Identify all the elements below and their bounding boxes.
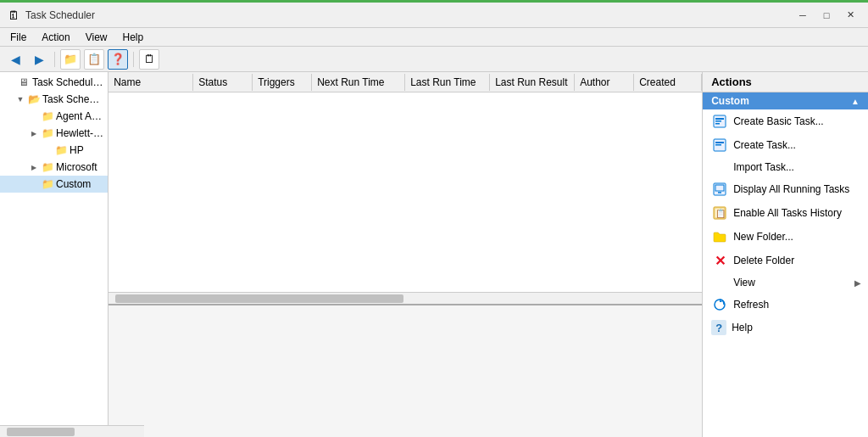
tree-toggle xyxy=(3,76,17,89)
computer-icon: 🖥 xyxy=(17,76,31,89)
tree-item-hp[interactable]: 📁 HP xyxy=(0,142,108,159)
tree-toggle-hp[interactable]: ▶ xyxy=(27,126,41,140)
new-folder-label: New Folder... xyxy=(733,231,793,243)
import-task-label: Import Task... xyxy=(733,161,794,173)
detail-panel xyxy=(108,304,702,437)
tree-label: Task Scheduler (Local) xyxy=(32,76,104,88)
help-button-toolbar[interactable]: ❓ xyxy=(108,49,128,70)
tree-toggle-ms[interactable]: ▶ xyxy=(27,160,41,174)
chevron-up-icon: ▲ xyxy=(851,97,860,106)
tree-toggle-library[interactable]: ▼ xyxy=(14,92,27,106)
svg-rect-5 xyxy=(715,142,724,143)
svg-rect-1 xyxy=(715,118,724,120)
tree-item-hp-parent[interactable]: ▶ 📁 Hewlett-Packard xyxy=(0,125,108,142)
enable-history-icon: 📋 xyxy=(711,204,728,221)
col-status[interactable]: Status xyxy=(193,74,253,91)
action-create-basic-task[interactable]: Create Basic Task... xyxy=(703,109,868,133)
table-body xyxy=(108,92,702,292)
action-new-folder[interactable]: New Folder... xyxy=(703,225,868,249)
back-button[interactable]: ◀ xyxy=(5,49,25,70)
tree-scrollbar[interactable] xyxy=(0,425,108,437)
view-button[interactable]: 🗒 xyxy=(139,49,159,70)
task-properties-button[interactable]: 📋 xyxy=(84,49,104,70)
close-button[interactable]: ✕ xyxy=(839,6,861,25)
refresh-icon xyxy=(711,296,728,313)
delete-folder-label: Delete Folder xyxy=(733,255,794,266)
svg-rect-2 xyxy=(715,120,721,122)
col-last-run[interactable]: Last Run Time xyxy=(405,74,490,91)
help-action-icon: ? xyxy=(711,320,726,335)
toolbar: ◀ ▶ 📁 📋 ❓ 🗒 xyxy=(0,47,868,72)
open-folder-button[interactable]: 📁 xyxy=(60,49,81,70)
col-name[interactable]: Name xyxy=(108,74,193,91)
tree-label-ms: Microsoft xyxy=(56,161,97,173)
menu-view[interactable]: View xyxy=(79,30,114,45)
h-scroll-thumb[interactable] xyxy=(115,294,403,303)
maximize-button[interactable]: □ xyxy=(815,6,837,25)
create-task-icon xyxy=(711,137,728,154)
action-enable-history[interactable]: 📋 Enable All Tasks History xyxy=(703,201,868,225)
folder-icon-hp-sub: 📁 xyxy=(54,143,68,157)
title-bar: 🗓 Task Scheduler ─ □ ✕ xyxy=(0,3,868,28)
svg-rect-6 xyxy=(715,144,721,146)
col-triggers[interactable]: Triggers xyxy=(253,74,312,91)
action-refresh[interactable]: Refresh xyxy=(703,293,868,317)
main-layout: 🖥 Task Scheduler (Local) ▼ 📂 Task Schedu… xyxy=(0,72,868,437)
view-submenu-arrow: ▶ xyxy=(854,278,861,288)
app-icon: 🗓 xyxy=(7,8,20,22)
action-view[interactable]: View ▶ xyxy=(703,272,868,293)
action-help[interactable]: ? Help xyxy=(703,317,868,339)
tree-toggle-custom xyxy=(27,177,41,191)
help-action-label: Help xyxy=(732,322,753,333)
display-running-icon xyxy=(711,181,728,198)
actions-section-label: Custom xyxy=(711,95,749,107)
enable-history-label: Enable All Tasks History xyxy=(733,207,842,219)
table-header: Name Status Triggers Next Run Time Last … xyxy=(108,72,702,92)
minimize-button[interactable]: ─ xyxy=(792,6,814,25)
actions-title: Actions xyxy=(703,72,868,92)
toolbar-separator-1 xyxy=(54,52,55,67)
tree-label-library: Task Scheduler Library xyxy=(42,93,104,105)
action-create-task[interactable]: Create Task... xyxy=(703,133,868,157)
app-title: Task Scheduler xyxy=(25,9,95,21)
folder-icon-hp: 📁 xyxy=(41,126,54,140)
view-label: View xyxy=(733,277,755,289)
tree-item-library[interactable]: ▼ 📂 Task Scheduler Library xyxy=(0,91,108,108)
toolbar-separator-2 xyxy=(133,52,134,67)
col-created[interactable]: Created xyxy=(634,74,702,91)
tree-item-microsoft[interactable]: ▶ 📁 Microsoft xyxy=(0,159,108,176)
action-import-task[interactable]: Import Task... xyxy=(703,157,868,177)
actions-panel: Actions Custom ▲ Create Basic Task... Cr… xyxy=(702,72,868,437)
tree-label-agent: Agent Activation Runt xyxy=(56,110,104,122)
col-author[interactable]: Author xyxy=(575,74,634,91)
col-last-result[interactable]: Last Run Result xyxy=(490,74,575,91)
tree-item-task-scheduler-local[interactable]: 🖥 Task Scheduler (Local) xyxy=(0,74,108,91)
folder-icon-ms: 📁 xyxy=(41,160,54,174)
tree-label-hp-sub: HP xyxy=(70,144,84,156)
menu-bar: File Action View Help xyxy=(0,28,868,47)
folder-open-icon: 📂 xyxy=(27,92,41,106)
action-delete-folder[interactable]: ✕ Delete Folder xyxy=(703,249,868,272)
create-basic-task-icon xyxy=(711,113,728,130)
col-next-run[interactable]: Next Run Time xyxy=(312,74,405,91)
display-running-label: Display All Running Tasks xyxy=(733,183,849,195)
svg-text:📋: 📋 xyxy=(715,208,726,219)
forward-button[interactable]: ▶ xyxy=(29,49,49,70)
tree-item-custom[interactable]: 📁 Custom xyxy=(0,176,108,193)
tree-scroll-thumb[interactable] xyxy=(7,428,75,436)
actions-section-custom[interactable]: Custom ▲ xyxy=(703,92,868,109)
h-scrollbar[interactable] xyxy=(108,292,702,304)
menu-action[interactable]: Action xyxy=(35,30,76,45)
action-display-running[interactable]: Display All Running Tasks xyxy=(703,177,868,201)
create-basic-task-label: Create Basic Task... xyxy=(733,115,824,127)
new-folder-icon xyxy=(711,228,728,245)
menu-file[interactable]: File xyxy=(3,30,33,45)
delete-folder-icon: ✕ xyxy=(711,252,728,269)
menu-help[interactable]: Help xyxy=(116,30,151,45)
tree-item-agent[interactable]: 📁 Agent Activation Runt xyxy=(0,108,108,125)
tree-panel: 🖥 Task Scheduler (Local) ▼ 📂 Task Schedu… xyxy=(0,72,108,437)
refresh-label: Refresh xyxy=(733,299,769,311)
svg-rect-3 xyxy=(715,123,720,125)
tree-toggle-hp-sub xyxy=(41,143,54,157)
folder-icon-agent: 📁 xyxy=(41,109,54,123)
